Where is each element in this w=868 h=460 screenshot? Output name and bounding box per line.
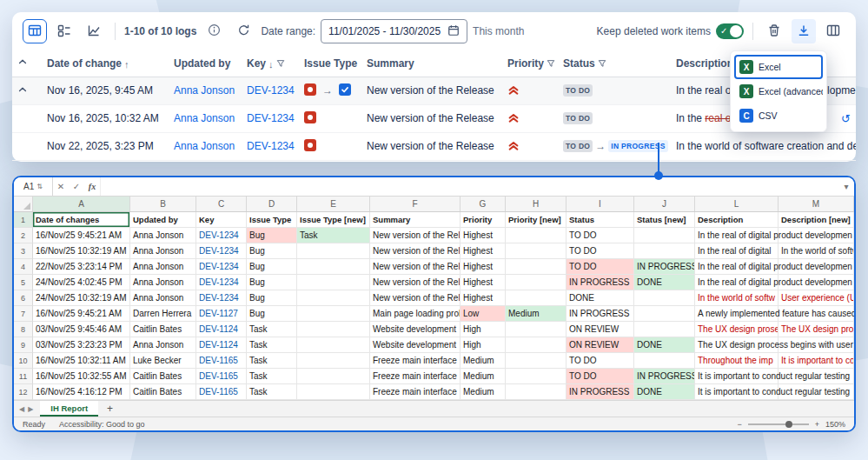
cell-E11[interactable] [297,369,370,384]
column-header-priority[interactable]: Priority [502,50,558,77]
cell-D6[interactable]: Bug [247,290,297,306]
cell-G5[interactable]: Highest [461,275,506,290]
cell-E9[interactable] [297,337,370,353]
row-header-1[interactable]: 1 [14,212,33,228]
cell-H2[interactable] [506,228,567,243]
cell-L6[interactable]: In the world of softw [695,290,779,306]
cell-D4[interactable]: Bug [247,259,297,275]
cell-F10[interactable]: Freeze main interface [370,353,461,369]
cell-C3[interactable]: DEV-1234 [196,243,247,259]
cell-J3[interactable] [634,243,695,259]
column-header-F[interactable]: F [370,197,461,211]
cell-D8[interactable]: Task [247,322,297,337]
cell-L8[interactable]: The UX design prose [695,322,779,337]
column-header-date[interactable]: Date of change↑ [42,50,169,77]
chart-view-button[interactable] [82,19,106,43]
cell-E2[interactable]: Task [297,228,370,243]
cell-E6[interactable] [297,290,370,306]
cell-L3[interactable]: In the real of digital [695,243,779,259]
cell-D11[interactable]: Task [247,369,297,384]
row-header-2[interactable]: 2 [14,228,33,243]
cell-A3[interactable]: 16/Nov/25 10:32:19 AM [33,243,130,259]
insert-function-button[interactable]: fx [84,182,100,191]
cell-I11[interactable]: TO DO [567,369,634,384]
cell-J4[interactable]: IN PROGRESS [634,259,695,275]
cell-H6[interactable] [506,290,567,306]
cell-E12[interactable] [297,384,370,400]
row-header-3[interactable]: 3 [14,243,33,259]
cell-G4[interactable]: Highest [461,259,506,275]
cell-J6[interactable] [634,290,695,306]
cell-L4[interactable]: In the real of digital product developme… [695,259,779,275]
cell-I1[interactable]: Status [567,212,634,228]
delete-logs-button[interactable] [762,19,786,43]
column-header-E[interactable]: E [297,197,370,211]
keep-deleted-toggle[interactable]: ✓ [716,23,744,39]
row-header-7[interactable]: 7 [14,306,33,322]
cell-B3[interactable]: Anna Jonson [130,243,196,259]
cell-I6[interactable]: DONE [567,290,634,306]
chevron-up-icon[interactable] [17,85,28,97]
collapse-all-header[interactable] [12,50,42,77]
cell-I5[interactable]: IN PROGRESS [567,275,634,290]
cell-A4[interactable]: 22/Nov/25 3:23:14 PM [33,259,130,275]
cell-A11[interactable]: 16/Nov/25 10:32:55 AM [33,369,130,384]
cell-F2[interactable]: New version of the Rele [370,228,461,243]
cell-H4[interactable] [506,259,567,275]
cell-C7[interactable]: DEV-1127 [196,306,247,322]
formula-input[interactable] [100,177,838,196]
column-header-updated-by[interactable]: Updated by [169,50,242,77]
cell-G1[interactable]: Priority [461,212,506,228]
column-header-D[interactable]: D [247,197,297,211]
column-header-G[interactable]: G [461,197,506,211]
column-header-issue-type[interactable]: Issue Type [299,50,361,77]
row-header-9[interactable]: 9 [14,337,33,353]
cell-F9[interactable]: Website development [370,337,461,353]
next-sheet-icon[interactable]: ▶ [28,405,33,413]
cell-G7[interactable]: Low [461,306,506,322]
cell-G8[interactable]: High [461,322,506,337]
export-option-csv[interactable]: CCSV [734,103,823,128]
cell-B8[interactable]: Caitlin Bates [130,322,196,337]
refresh-button[interactable] [231,19,255,43]
column-header-A[interactable]: A [33,197,130,211]
info-button[interactable] [202,19,226,43]
cell-M10[interactable]: It is important to co [779,353,854,369]
cell-L11[interactable]: It is important to conduct regular testi… [695,369,779,384]
cell-A7[interactable]: 16/Nov/25 9:45:21 AM [33,306,130,322]
cell-G10[interactable]: Medium [461,353,506,369]
cell-H11[interactable] [506,369,567,384]
cell-J10[interactable] [634,353,695,369]
cell-I12[interactable]: IN PROGRESS [567,384,634,400]
cell-M1[interactable]: Description [new] [779,212,854,228]
work-item-key-link[interactable]: DEV-1234 [247,112,295,124]
board-view-button[interactable] [52,19,76,43]
cell-H1[interactable]: Priority [new] [506,212,567,228]
quick-range-link[interactable]: This month [473,25,524,37]
cell-B4[interactable]: Anna Jonson [130,259,196,275]
row-header-10[interactable]: 10 [14,353,33,369]
cell-L2[interactable]: In the real of digital product developme… [695,228,779,243]
cell-J9[interactable]: DONE [634,337,695,353]
updated-by-link[interactable]: Anna Jonson [174,112,235,124]
cell-C10[interactable]: DEV-1165 [196,353,247,369]
cell-F3[interactable]: New version of the Rele [370,243,461,259]
cell-C11[interactable]: DEV-1165 [196,369,247,384]
cell-H10[interactable] [506,353,567,369]
zoom-slider-knob[interactable] [785,421,792,428]
cell-F11[interactable]: Freeze main interface [370,369,461,384]
cell-H7[interactable]: Medium [506,306,567,322]
log-row[interactable]: Nov 22, 2025, 3:23 PMAnna JonsonDEV-1234… [12,132,856,160]
undo-icon[interactable]: ↺ [841,112,851,125]
select-all-corner[interactable] [14,197,33,211]
cell-C1[interactable]: Key [196,212,247,228]
cell-B6[interactable]: Anna Jonson [130,290,196,306]
cell-E1[interactable]: Issue Type [new] [297,212,370,228]
cell-A9[interactable]: 03/Nov/25 3:23:23 PM [33,337,130,353]
cell-B11[interactable]: Caitlin Bates [130,369,196,384]
cell-I3[interactable]: TO DO [567,243,634,259]
sheet-tab[interactable]: IH Report [40,401,98,417]
updated-by-link[interactable]: Anna Jonson [174,84,235,97]
row-header-11[interactable]: 11 [14,369,33,384]
column-header-C[interactable]: C [196,197,247,211]
